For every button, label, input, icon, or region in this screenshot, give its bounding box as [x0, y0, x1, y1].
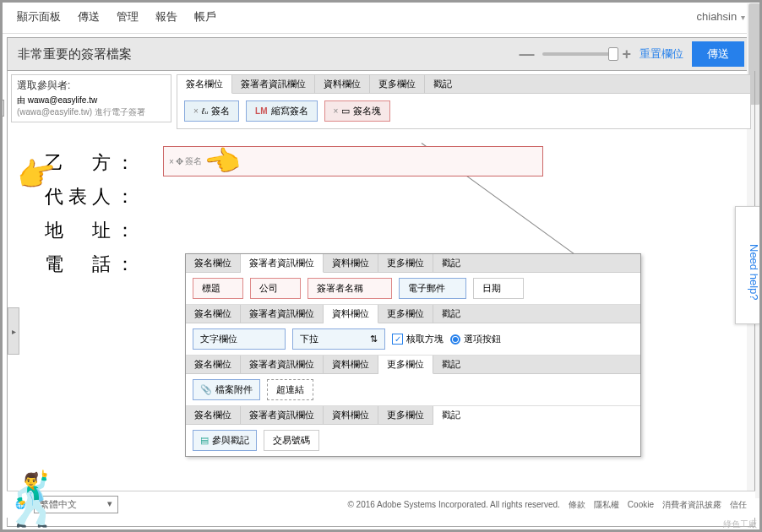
footer-link-cookie[interactable]: Cookie	[628, 500, 654, 509]
tab-stamp[interactable]: 戳記	[433, 406, 640, 425]
nav-report[interactable]: 報告	[155, 9, 177, 24]
reset-fields-link[interactable]: 重置欄位	[640, 46, 683, 62]
pointing-hand-icon: 👉	[14, 152, 59, 195]
text-field-chip[interactable]: 文字欄位	[193, 328, 286, 350]
tab-data[interactable]: 資料欄位	[324, 254, 378, 273]
date-field-chip[interactable]: 日期	[473, 278, 524, 299]
send-button[interactable]: 傳送	[692, 41, 744, 67]
participant-line1: 由 wawa@easylife.tw	[17, 95, 166, 106]
participant-line2: (wawa@easylife.tw) 進行電子簽署	[17, 106, 166, 118]
footer: 🌐 繁體中文▾ © 2016 Adobe Systems Incorporate…	[7, 491, 755, 518]
tab-data[interactable]: 資料欄位	[324, 356, 378, 374]
tab-data[interactable]: 資料欄位	[315, 75, 370, 94]
title-field-chip[interactable]: 標題	[193, 278, 243, 299]
tab-more[interactable]: 更多欄位	[378, 305, 433, 323]
tab-signer-info[interactable]: 簽署者資訊欄位	[241, 305, 324, 323]
tab-signer-info[interactable]: 簽署者資訊欄位	[241, 406, 324, 425]
tab-more[interactable]: 更多欄位	[370, 75, 425, 94]
content-area: ▸ ▭▾ 選取參與者: 由 wawa@easylife.tw (wawa@eas…	[7, 71, 755, 527]
form-label-party: 乙 方：	[45, 150, 146, 176]
radio-icon	[450, 334, 460, 345]
participant-selector[interactable]: 選取參與者: 由 wawa@easylife.tw (wawa@easylife…	[11, 74, 171, 122]
tab-signature[interactable]: 簽名欄位	[186, 406, 241, 425]
footer-link-consumer[interactable]: 消費者資訊披露	[662, 499, 721, 511]
company-field-chip[interactable]: 公司	[250, 278, 301, 299]
participant-label: 選取參與者:	[17, 79, 166, 93]
tab-stamp[interactable]: 戳記	[433, 356, 640, 374]
checkbox-icon: ✓	[392, 334, 403, 345]
slider-thumb[interactable]	[608, 47, 618, 61]
signature-field-chip[interactable]: × ℓᵤ 簽名	[184, 100, 239, 122]
signer-name-chip[interactable]: 簽署者名稱	[308, 278, 392, 299]
radio-field-chip[interactable]: 選項按鈕	[450, 333, 501, 345]
tab-data[interactable]: 資料欄位	[324, 406, 378, 425]
field-tabs: 簽名欄位 簽署者資訊欄位 資料欄位 更多欄位 戳記	[177, 75, 750, 94]
form-label-rep: 代表人：	[45, 184, 146, 209]
paperclip-icon: 📎	[200, 384, 212, 395]
stamp-icon: ▤	[200, 435, 209, 446]
chevron-down-icon: ▾	[738, 13, 745, 22]
tab-stamp[interactable]: 戳記	[433, 305, 640, 323]
dropdown-arrows-icon: ⇅	[370, 334, 378, 345]
nav-dashboard[interactable]: 顯示面板	[17, 9, 61, 24]
tab-signature[interactable]: 簽名欄位	[186, 356, 241, 374]
recipient-badge-icon: ▭▾	[0, 100, 4, 117]
document-title: 非常重要的簽署檔案	[18, 46, 510, 62]
minimize-icon[interactable]: —	[519, 46, 534, 63]
tab-signature[interactable]: 簽名欄位	[186, 305, 241, 323]
tab-more[interactable]: 更多欄位	[378, 406, 433, 425]
tab-stamp[interactable]: 戳記	[433, 254, 640, 273]
email-field-chip[interactable]: 電子郵件	[399, 278, 466, 299]
field-type-panel: 簽名欄位 簽署者資訊欄位 資料欄位 更多欄位 戳記 × ℓᵤ 簽名 LM 縮寫簽…	[177, 74, 751, 129]
attachment-chip[interactable]: 📎檔案附件	[193, 379, 260, 400]
footer-link-trust[interactable]: 信任	[730, 499, 747, 511]
hyperlink-chip[interactable]: 超連結	[267, 379, 313, 400]
signature-block-chip[interactable]: × ▭ 簽名塊	[324, 100, 391, 122]
form-label-addr: 地 址：	[45, 218, 146, 243]
plus-icon[interactable]: +	[622, 46, 631, 63]
transaction-stamp-chip[interactable]: 交易號碼	[264, 430, 319, 451]
participant-stamp-chip[interactable]: ▤參與戳記	[193, 430, 257, 451]
nav-manage[interactable]: 管理	[117, 9, 139, 24]
tab-data[interactable]: 資料欄位	[324, 305, 378, 323]
tab-signer-info[interactable]: 簽署者資訊欄位	[241, 254, 324, 273]
pointing-hand-icon: 👉	[203, 142, 243, 182]
document-header: 非常重要的簽署檔案 — + 重置欄位 傳送	[7, 37, 755, 71]
field-detail-popout: 簽名欄位簽署者資訊欄位資料欄位更多欄位戳記 標題 公司 簽署者名稱 電子郵件 日…	[185, 253, 641, 457]
checkbox-field-chip[interactable]: ✓核取方塊	[392, 333, 444, 345]
initials-icon: LM	[255, 106, 267, 116]
tab-stamp[interactable]: 戳記	[425, 75, 750, 94]
cartoon-character: 🕺	[2, 475, 65, 525]
chevron-down-icon: ▾	[107, 498, 112, 511]
move-icon: ✥	[176, 156, 183, 167]
tab-signer-info[interactable]: 簽署者資訊欄位	[241, 356, 324, 374]
footer-link-terms[interactable]: 條款	[569, 499, 585, 511]
tab-signature[interactable]: 簽名欄位	[186, 254, 241, 273]
top-nav: 顯示面板 傳送 管理 報告 帳戶 chiahsin ▾	[0, 0, 762, 34]
collapse-sidebar-icon[interactable]: ▸	[8, 307, 19, 355]
user-menu[interactable]: chiahsin ▾	[697, 10, 745, 23]
remove-icon: ×	[193, 106, 199, 116]
tab-signer-info[interactable]: 簽署者資訊欄位	[232, 75, 315, 94]
copyright-text: © 2016 Adobe Systems Incorporated. All r…	[347, 500, 559, 509]
signature-icon: ℓᵤ	[202, 106, 208, 116]
tab-more[interactable]: 更多欄位	[378, 254, 433, 273]
initials-field-chip[interactable]: LM 縮寫簽名	[246, 100, 317, 122]
footer-link-privacy[interactable]: 隱私權	[594, 499, 619, 511]
block-icon: ▭	[341, 106, 350, 117]
nav-send[interactable]: 傳送	[78, 9, 100, 24]
tab-more[interactable]: 更多欄位	[378, 356, 433, 374]
nav-account[interactable]: 帳戶	[194, 9, 216, 24]
remove-icon: ×	[334, 106, 339, 116]
help-tab[interactable]: Need help?	[735, 206, 760, 324]
watermark-text: 綠色工廠	[723, 518, 757, 530]
form-label-tel: 電 話：	[45, 252, 146, 277]
dropdown-field-chip[interactable]: 下拉⇅	[292, 328, 385, 350]
tab-signature[interactable]: 簽名欄位	[177, 75, 232, 94]
zoom-slider[interactable]: +	[542, 46, 631, 63]
